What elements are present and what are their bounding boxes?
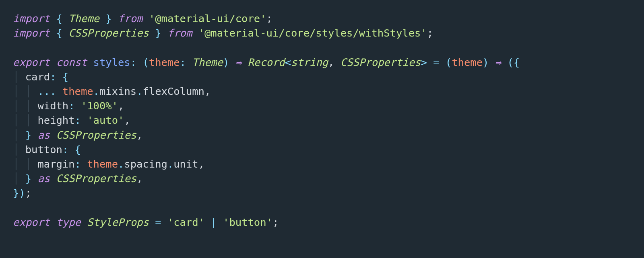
paren-open: ( [142,56,149,68]
dot: . [93,85,99,97]
string-literal: 'card' [167,216,204,228]
type-CSSProperties: CSSProperties [68,27,149,39]
string-literal: '@material-ui/core' [149,12,266,25]
property-spacing: spacing [124,158,167,170]
brace-open: { [56,27,62,39]
code-line-15: export type StyleProps = 'card' | 'butto… [13,216,279,228]
code-line-10: │ button: { [13,143,81,156]
keyword-import: import [13,12,50,25]
type-Record: Record [248,56,285,68]
colon: : [68,100,74,112]
indent-guide: │ │ [13,158,37,170]
colon: : [50,71,56,83]
identifier-styles: styles [93,56,130,68]
brace-close: } [13,187,19,199]
comma: , [328,56,334,68]
keyword-type: type [56,216,80,228]
comma: , [124,114,130,126]
indent-guide: │ │ [13,100,37,112]
semicolon: ; [266,12,272,25]
indent-guide: │ │ [13,114,37,126]
code-line-5: │ card: { [13,71,68,83]
code-line-1: import { Theme } from '@material-ui/core… [13,12,272,25]
type-Theme: Theme [68,12,99,25]
string-literal: 'button' [223,216,272,228]
brace-open: { [62,71,68,83]
angle-close: > [421,56,427,68]
brace-open: { [56,12,62,25]
semicolon: ; [272,216,279,228]
dot: . [118,158,124,170]
keyword-as: as [37,129,50,141]
code-block: import { Theme } from '@material-ui/core… [0,0,644,241]
string-literal: 'auto' [87,114,124,126]
type-CSSProperties: CSSProperties [56,129,137,141]
property-width: width [37,100,68,112]
property-flexColumn: flexColumn [142,85,204,97]
param-theme: theme [149,56,180,68]
brace-open: { [514,56,520,68]
comma: , [136,129,142,141]
spread: ... [37,85,56,97]
property-margin: margin [37,158,74,170]
equals: = [155,216,161,228]
dot: . [136,85,142,97]
semicolon: ; [427,27,433,39]
keyword-export: export [13,216,50,228]
indent-guide: │ [13,71,25,83]
property-unit: unit [173,158,198,170]
keyword-import: import [13,27,50,39]
paren-close: ) [483,56,489,68]
comma: , [118,100,124,112]
indent-guide: │ [13,129,25,141]
keyword-from: from [118,12,142,25]
comma: , [198,158,204,170]
paren-open: ( [507,56,513,68]
type-string: string [291,56,328,68]
angle-open: < [285,56,291,68]
indent-guide: │ [13,143,25,156]
equals: = [433,56,439,68]
arrow-icon: ⇒ [495,56,501,68]
keyword-const: const [56,56,87,68]
code-line-4: export const styles: (theme: Theme) ⇒ Re… [13,56,520,68]
keyword-export: export [13,56,50,68]
arrow-icon: ⇒ [235,56,242,68]
brace-close: } [25,172,31,184]
code-line-6: │ │ ... theme.mixins.flexColumn, [13,85,211,97]
type-Theme: Theme [192,56,223,68]
property-mixins: mixins [99,85,136,97]
brace-close: } [105,12,111,25]
type-CSSProperties: CSSProperties [56,172,137,184]
colon: : [75,114,81,126]
string-literal: '@material-ui/core/styles/withStyles' [198,27,427,39]
property-height: height [37,114,74,126]
pipe: | [211,216,217,228]
colon: : [130,56,136,68]
identifier-theme: theme [62,85,93,97]
colon: : [62,143,68,156]
paren-close: ) [19,187,25,199]
keyword-as: as [37,172,50,184]
indent-guide: │ │ [13,85,37,97]
code-line-12: │ } as CSSProperties, [13,172,142,184]
dot: . [167,158,173,170]
comma: , [204,85,211,97]
colon: : [180,56,186,68]
paren-close: ) [223,56,229,68]
colon: : [75,158,81,170]
paren-open: ( [446,56,452,68]
code-line-7: │ │ width: '100%', [13,100,124,112]
brace-open: { [75,143,81,156]
brace-close: } [155,27,161,39]
identifier-theme: theme [87,158,118,170]
semicolon: ; [25,187,31,199]
keyword-from: from [167,27,192,39]
code-line-2: import { CSSProperties } from '@material… [13,27,433,39]
param-theme: theme [452,56,483,68]
code-line-13: }); [13,187,31,199]
property-card: card [25,71,50,83]
brace-close: } [25,129,31,141]
code-line-8: │ │ height: 'auto', [13,114,130,126]
type-CSSProperties: CSSProperties [341,56,421,68]
